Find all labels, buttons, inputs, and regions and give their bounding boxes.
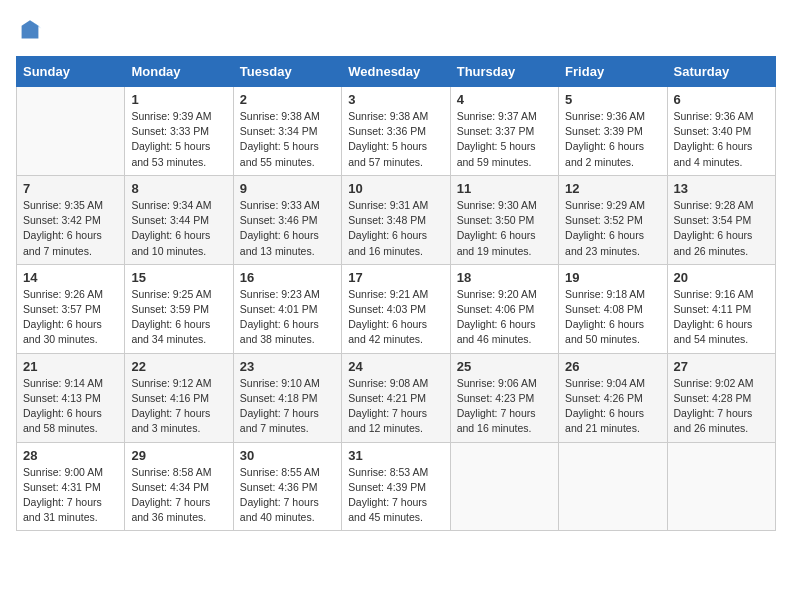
day-number: 30 bbox=[240, 448, 335, 463]
day-info: Sunrise: 9:29 AM Sunset: 3:52 PM Dayligh… bbox=[565, 198, 660, 259]
day-number: 23 bbox=[240, 359, 335, 374]
calendar-cell: 3Sunrise: 9:38 AM Sunset: 3:36 PM Daylig… bbox=[342, 87, 450, 176]
day-number: 6 bbox=[674, 92, 769, 107]
day-info: Sunrise: 9:30 AM Sunset: 3:50 PM Dayligh… bbox=[457, 198, 552, 259]
day-number: 2 bbox=[240, 92, 335, 107]
col-header-sunday: Sunday bbox=[17, 57, 125, 87]
calendar-cell: 12Sunrise: 9:29 AM Sunset: 3:52 PM Dayli… bbox=[559, 175, 667, 264]
day-info: Sunrise: 8:53 AM Sunset: 4:39 PM Dayligh… bbox=[348, 465, 443, 526]
day-info: Sunrise: 9:16 AM Sunset: 4:11 PM Dayligh… bbox=[674, 287, 769, 348]
calendar-cell: 8Sunrise: 9:34 AM Sunset: 3:44 PM Daylig… bbox=[125, 175, 233, 264]
calendar-cell: 5Sunrise: 9:36 AM Sunset: 3:39 PM Daylig… bbox=[559, 87, 667, 176]
calendar-cell: 1Sunrise: 9:39 AM Sunset: 3:33 PM Daylig… bbox=[125, 87, 233, 176]
day-number: 28 bbox=[23, 448, 118, 463]
calendar-cell: 18Sunrise: 9:20 AM Sunset: 4:06 PM Dayli… bbox=[450, 264, 558, 353]
day-info: Sunrise: 9:26 AM Sunset: 3:57 PM Dayligh… bbox=[23, 287, 118, 348]
day-info: Sunrise: 9:00 AM Sunset: 4:31 PM Dayligh… bbox=[23, 465, 118, 526]
calendar-week-row: 21Sunrise: 9:14 AM Sunset: 4:13 PM Dayli… bbox=[17, 353, 776, 442]
calendar-cell: 13Sunrise: 9:28 AM Sunset: 3:54 PM Dayli… bbox=[667, 175, 775, 264]
day-info: Sunrise: 9:38 AM Sunset: 3:34 PM Dayligh… bbox=[240, 109, 335, 170]
day-number: 12 bbox=[565, 181, 660, 196]
day-info: Sunrise: 8:55 AM Sunset: 4:36 PM Dayligh… bbox=[240, 465, 335, 526]
col-header-wednesday: Wednesday bbox=[342, 57, 450, 87]
day-info: Sunrise: 9:36 AM Sunset: 3:39 PM Dayligh… bbox=[565, 109, 660, 170]
day-number: 20 bbox=[674, 270, 769, 285]
header-row: SundayMondayTuesdayWednesdayThursdayFrid… bbox=[17, 57, 776, 87]
day-info: Sunrise: 9:06 AM Sunset: 4:23 PM Dayligh… bbox=[457, 376, 552, 437]
calendar-cell: 15Sunrise: 9:25 AM Sunset: 3:59 PM Dayli… bbox=[125, 264, 233, 353]
day-info: Sunrise: 9:35 AM Sunset: 3:42 PM Dayligh… bbox=[23, 198, 118, 259]
calendar-cell: 16Sunrise: 9:23 AM Sunset: 4:01 PM Dayli… bbox=[233, 264, 341, 353]
calendar-cell: 30Sunrise: 8:55 AM Sunset: 4:36 PM Dayli… bbox=[233, 442, 341, 531]
day-number: 29 bbox=[131, 448, 226, 463]
calendar-cell: 31Sunrise: 8:53 AM Sunset: 4:39 PM Dayli… bbox=[342, 442, 450, 531]
day-info: Sunrise: 9:36 AM Sunset: 3:40 PM Dayligh… bbox=[674, 109, 769, 170]
day-number: 1 bbox=[131, 92, 226, 107]
day-number: 21 bbox=[23, 359, 118, 374]
day-number: 26 bbox=[565, 359, 660, 374]
col-header-monday: Monday bbox=[125, 57, 233, 87]
calendar-cell bbox=[559, 442, 667, 531]
calendar-cell: 11Sunrise: 9:30 AM Sunset: 3:50 PM Dayli… bbox=[450, 175, 558, 264]
calendar-week-row: 7Sunrise: 9:35 AM Sunset: 3:42 PM Daylig… bbox=[17, 175, 776, 264]
day-info: Sunrise: 9:20 AM Sunset: 4:06 PM Dayligh… bbox=[457, 287, 552, 348]
day-number: 13 bbox=[674, 181, 769, 196]
day-number: 3 bbox=[348, 92, 443, 107]
logo-icon bbox=[16, 16, 44, 44]
day-info: Sunrise: 9:18 AM Sunset: 4:08 PM Dayligh… bbox=[565, 287, 660, 348]
day-info: Sunrise: 9:10 AM Sunset: 4:18 PM Dayligh… bbox=[240, 376, 335, 437]
day-number: 17 bbox=[348, 270, 443, 285]
calendar-cell: 29Sunrise: 8:58 AM Sunset: 4:34 PM Dayli… bbox=[125, 442, 233, 531]
day-info: Sunrise: 8:58 AM Sunset: 4:34 PM Dayligh… bbox=[131, 465, 226, 526]
calendar-cell: 9Sunrise: 9:33 AM Sunset: 3:46 PM Daylig… bbox=[233, 175, 341, 264]
day-info: Sunrise: 9:37 AM Sunset: 3:37 PM Dayligh… bbox=[457, 109, 552, 170]
calendar-cell: 28Sunrise: 9:00 AM Sunset: 4:31 PM Dayli… bbox=[17, 442, 125, 531]
day-number: 8 bbox=[131, 181, 226, 196]
calendar-cell: 27Sunrise: 9:02 AM Sunset: 4:28 PM Dayli… bbox=[667, 353, 775, 442]
day-number: 15 bbox=[131, 270, 226, 285]
day-info: Sunrise: 9:28 AM Sunset: 3:54 PM Dayligh… bbox=[674, 198, 769, 259]
calendar-table: SundayMondayTuesdayWednesdayThursdayFrid… bbox=[16, 56, 776, 531]
calendar-cell: 23Sunrise: 9:10 AM Sunset: 4:18 PM Dayli… bbox=[233, 353, 341, 442]
col-header-tuesday: Tuesday bbox=[233, 57, 341, 87]
calendar-cell: 17Sunrise: 9:21 AM Sunset: 4:03 PM Dayli… bbox=[342, 264, 450, 353]
day-info: Sunrise: 9:25 AM Sunset: 3:59 PM Dayligh… bbox=[131, 287, 226, 348]
day-number: 27 bbox=[674, 359, 769, 374]
day-number: 19 bbox=[565, 270, 660, 285]
calendar-cell: 24Sunrise: 9:08 AM Sunset: 4:21 PM Dayli… bbox=[342, 353, 450, 442]
calendar-cell: 21Sunrise: 9:14 AM Sunset: 4:13 PM Dayli… bbox=[17, 353, 125, 442]
calendar-cell bbox=[450, 442, 558, 531]
day-number: 11 bbox=[457, 181, 552, 196]
calendar-cell: 25Sunrise: 9:06 AM Sunset: 4:23 PM Dayli… bbox=[450, 353, 558, 442]
calendar-cell: 2Sunrise: 9:38 AM Sunset: 3:34 PM Daylig… bbox=[233, 87, 341, 176]
calendar-cell: 20Sunrise: 9:16 AM Sunset: 4:11 PM Dayli… bbox=[667, 264, 775, 353]
day-info: Sunrise: 9:14 AM Sunset: 4:13 PM Dayligh… bbox=[23, 376, 118, 437]
calendar-cell: 22Sunrise: 9:12 AM Sunset: 4:16 PM Dayli… bbox=[125, 353, 233, 442]
calendar-cell: 10Sunrise: 9:31 AM Sunset: 3:48 PM Dayli… bbox=[342, 175, 450, 264]
svg-marker-0 bbox=[22, 20, 39, 38]
day-info: Sunrise: 9:38 AM Sunset: 3:36 PM Dayligh… bbox=[348, 109, 443, 170]
day-number: 5 bbox=[565, 92, 660, 107]
day-number: 14 bbox=[23, 270, 118, 285]
day-number: 4 bbox=[457, 92, 552, 107]
day-info: Sunrise: 9:02 AM Sunset: 4:28 PM Dayligh… bbox=[674, 376, 769, 437]
day-info: Sunrise: 9:23 AM Sunset: 4:01 PM Dayligh… bbox=[240, 287, 335, 348]
col-header-thursday: Thursday bbox=[450, 57, 558, 87]
col-header-friday: Friday bbox=[559, 57, 667, 87]
calendar-cell: 6Sunrise: 9:36 AM Sunset: 3:40 PM Daylig… bbox=[667, 87, 775, 176]
day-info: Sunrise: 9:34 AM Sunset: 3:44 PM Dayligh… bbox=[131, 198, 226, 259]
col-header-saturday: Saturday bbox=[667, 57, 775, 87]
day-number: 18 bbox=[457, 270, 552, 285]
day-info: Sunrise: 9:04 AM Sunset: 4:26 PM Dayligh… bbox=[565, 376, 660, 437]
calendar-week-row: 28Sunrise: 9:00 AM Sunset: 4:31 PM Dayli… bbox=[17, 442, 776, 531]
calendar-cell: 14Sunrise: 9:26 AM Sunset: 3:57 PM Dayli… bbox=[17, 264, 125, 353]
calendar-cell: 19Sunrise: 9:18 AM Sunset: 4:08 PM Dayli… bbox=[559, 264, 667, 353]
day-number: 16 bbox=[240, 270, 335, 285]
logo bbox=[16, 16, 50, 44]
day-number: 7 bbox=[23, 181, 118, 196]
day-number: 31 bbox=[348, 448, 443, 463]
day-number: 22 bbox=[131, 359, 226, 374]
day-number: 9 bbox=[240, 181, 335, 196]
day-info: Sunrise: 9:39 AM Sunset: 3:33 PM Dayligh… bbox=[131, 109, 226, 170]
calendar-cell bbox=[667, 442, 775, 531]
